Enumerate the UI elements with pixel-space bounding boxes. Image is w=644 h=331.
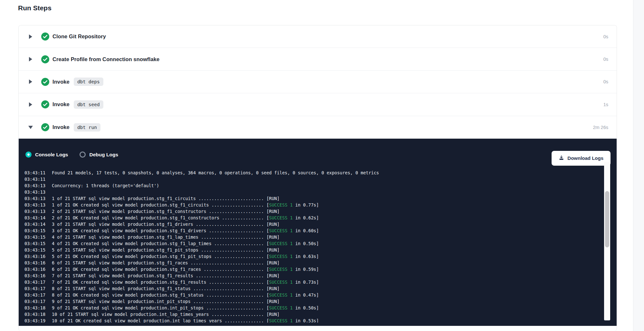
log-line: 03:43:1910 of 21 OK created sql view mod… <box>24 317 586 323</box>
caret-right-icon[interactable] <box>28 57 33 61</box>
log-timestamp: 03:43:13 <box>24 182 52 189</box>
step-command-badge: dbt deps <box>74 78 103 86</box>
log-line: 03:43:154 of 21 START sql view model pro… <box>24 234 586 240</box>
log-line: 03:43:11 <box>24 176 586 182</box>
step-duration: 1s <box>603 102 608 107</box>
log-timestamp: 03:43:16 <box>24 272 52 279</box>
tab-label: Debug Logs <box>89 152 118 158</box>
step-duration: 2m 26s <box>593 125 608 130</box>
log-timestamp: 03:43:16 <box>24 253 52 260</box>
console-log-output[interactable]: 03:43:11Found 21 models, 17 tests, 0 sna… <box>24 160 586 323</box>
log-scrollbar-thumb[interactable] <box>605 191 609 247</box>
log-timestamp: 03:43:15 <box>24 234 52 240</box>
log-line: 03:43:178 of 21 OK created sql view mode… <box>24 292 586 298</box>
log-timestamp: 03:43:18 <box>24 311 52 317</box>
log-timestamp: 03:43:17 <box>24 285 52 292</box>
log-line: 03:43:131 of 21 OK created sql view mode… <box>24 202 586 208</box>
log-line: 03:43:153 of 21 OK created sql view mode… <box>24 227 586 234</box>
page-background-strip <box>633 0 644 331</box>
tab-debug-logs[interactable]: Debug Logs <box>80 152 118 158</box>
radio-unselected-icon[interactable] <box>80 152 86 158</box>
step-label: Create Profile from Connection snowflake <box>52 56 159 62</box>
log-line: 03:43:13 <box>24 189 586 195</box>
log-line: 03:43:165 of 21 OK created sql view mode… <box>24 253 586 260</box>
log-line: 03:43:155 of 21 START sql view model pro… <box>24 247 586 253</box>
caret-right-icon[interactable] <box>28 79 33 84</box>
log-timestamp: 03:43:15 <box>24 227 52 234</box>
log-tabs: Console LogsDebug Logs <box>25 152 118 158</box>
log-line: 03:43:179 of 21 START sql view model pro… <box>24 298 586 305</box>
success-check-icon <box>41 100 49 108</box>
step-command-badge: dbt run <box>74 123 100 132</box>
step-row-create-profile-from-connection-snowflake[interactable]: Create Profile from Connection snowflake… <box>19 48 617 70</box>
log-timestamp: 03:43:18 <box>24 305 52 311</box>
run-steps-page: Run Steps Clone Git Repository0sCreate P… <box>0 0 644 331</box>
step-list: Clone Git Repository0sCreate Profile fro… <box>19 25 617 139</box>
log-timestamp: 03:43:17 <box>24 298 52 305</box>
log-timestamp: 03:43:15 <box>24 240 52 247</box>
log-timestamp: 03:43:17 <box>24 292 52 298</box>
log-timestamp: 03:43:13 <box>24 189 52 195</box>
step-duration: 0s <box>603 57 608 62</box>
log-timestamp: 03:43:17 <box>24 279 52 285</box>
page-title: Run Steps <box>18 4 52 12</box>
run-steps-card: Clone Git Repository0sCreate Profile fro… <box>18 25 617 331</box>
log-timestamp: 03:43:16 <box>24 260 52 266</box>
log-timestamp: 03:43:19 <box>24 317 52 323</box>
log-line: 03:43:154 of 21 OK created sql view mode… <box>24 240 586 247</box>
step-duration: 0s <box>603 34 608 39</box>
log-line: 03:43:132 of 21 START sql view model pro… <box>24 208 586 215</box>
success-check-icon <box>41 32 49 41</box>
log-line: 03:43:166 of 21 OK created sql view mode… <box>24 266 586 272</box>
tab-console-logs[interactable]: Console Logs <box>25 152 68 158</box>
log-line: 03:43:166 of 21 START sql view model pro… <box>24 260 586 266</box>
success-check-icon <box>41 123 49 131</box>
log-timestamp: 03:43:13 <box>24 208 52 215</box>
caret-right-icon[interactable] <box>28 34 33 39</box>
log-line: 03:43:143 of 21 START sql view model pro… <box>24 221 586 227</box>
log-line: 03:43:178 of 21 START sql view model pro… <box>24 285 586 292</box>
step-label: Invoke <box>52 79 70 85</box>
log-timestamp: 03:43:14 <box>24 215 52 221</box>
step-row-clone-git-repository[interactable]: Clone Git Repository0s <box>19 25 617 48</box>
tab-label: Console Logs <box>35 152 68 158</box>
step-command-badge: dbt seed <box>74 100 103 109</box>
log-line: 03:43:13Concurrency: 1 threads (target='… <box>24 182 586 189</box>
log-timestamp: 03:43:16 <box>24 266 52 272</box>
log-scrollbar[interactable] <box>604 162 610 320</box>
step-label: Invoke <box>52 101 70 107</box>
log-timestamp: 03:43:13 <box>24 202 52 208</box>
success-check-icon <box>41 55 49 63</box>
caret-right-icon[interactable] <box>28 102 33 107</box>
log-timestamp: 03:43:14 <box>24 221 52 227</box>
log-timestamp: 03:43:15 <box>24 247 52 253</box>
log-line: 03:43:11Found 21 models, 17 tests, 0 sna… <box>24 170 586 176</box>
log-panel: Console LogsDebug Logs Download Logs 03:… <box>19 139 617 326</box>
log-line: 03:43:142 of 21 OK created sql view mode… <box>24 215 586 221</box>
step-label: Clone Git Repository <box>52 33 106 40</box>
log-line: 03:43:177 of 21 OK created sql view mode… <box>24 279 586 285</box>
success-check-icon <box>41 78 49 86</box>
radio-selected-icon[interactable] <box>25 152 32 158</box>
log-timestamp: 03:43:11 <box>24 176 52 182</box>
step-row-invoke-dbt-seed[interactable]: Invokedbt seed1s <box>19 93 617 116</box>
step-row-invoke-dbt-run[interactable]: Invokedbt run2m 26s <box>19 116 617 139</box>
log-line: 03:43:1810 of 21 START sql view model pr… <box>24 311 586 317</box>
log-line: 03:43:131 of 21 START sql view model pro… <box>24 195 586 202</box>
log-timestamp: 03:43:11 <box>24 170 52 176</box>
log-line: 03:43:189 of 21 OK created sql view mode… <box>24 305 586 311</box>
log-line: 03:43:167 of 21 START sql view model pro… <box>24 272 586 279</box>
log-timestamp: 03:43:13 <box>24 195 52 202</box>
step-duration: 0s <box>603 79 608 84</box>
step-label: Invoke <box>52 124 70 130</box>
step-row-invoke-dbt-deps[interactable]: Invokedbt deps0s <box>19 71 617 93</box>
caret-down-icon[interactable] <box>28 126 33 129</box>
